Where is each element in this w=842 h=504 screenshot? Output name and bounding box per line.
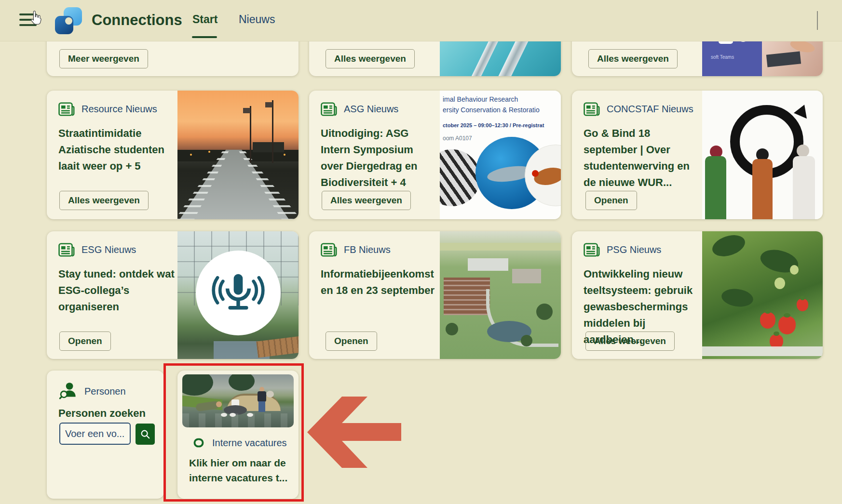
- alles-weergeven-button[interactable]: Alles weergeven: [326, 49, 415, 68]
- meer-weergeven-button[interactable]: Meer weergeven: [59, 49, 148, 68]
- poster-text: imal Behaviour Research: [443, 95, 518, 103]
- person-search-icon: [58, 381, 79, 401]
- alles-weergeven-button[interactable]: Alles weergeven: [322, 191, 411, 210]
- teams-caption-text: soft Teams: [711, 54, 734, 60]
- search-icon: [140, 429, 150, 439]
- search-button[interactable]: [136, 424, 155, 445]
- mouse-cursor-hand-icon: [29, 11, 42, 26]
- card-headline: Stay tuned: ontdek wat ESG-collega’s org…: [58, 266, 180, 315]
- highlight-arrow-icon: [307, 397, 402, 469]
- personen-card: Personen Personen zoeken: [47, 371, 164, 499]
- card-source-title: Personen: [84, 386, 126, 397]
- news-card-psg[interactable]: PSG Nieuws Ontwikkeling nieuw teeltsyste…: [572, 231, 823, 359]
- poster-text: ctober 2025 – 09:00–12:30 / Pre-registra…: [443, 122, 544, 128]
- microphone-icon: [211, 266, 265, 320]
- search-label: Personen zoeken: [58, 407, 146, 420]
- app-title: Connections: [92, 12, 182, 29]
- card-image-podcast-greenhouse: [177, 231, 299, 359]
- card-image-symposium-poster: imal Behaviour Research ersity Conservat…: [440, 91, 561, 219]
- news-card-fb[interactable]: FB Nieuws Informatiebijeenkomst en 18 en…: [309, 231, 561, 359]
- openen-button[interactable]: Openen: [326, 332, 377, 351]
- newspaper-icon: [584, 243, 600, 257]
- card-image-circular-arrow: [702, 91, 823, 219]
- card-source-title: ASG Nieuws: [344, 104, 398, 115]
- card-image-campus-aerial: [440, 231, 561, 359]
- newspaper-icon: [58, 243, 75, 257]
- alles-weergeven-button[interactable]: Alles weergeven: [59, 191, 149, 210]
- newspaper-icon: [584, 102, 600, 116]
- news-card-esg[interactable]: ESG Nieuws Stay tuned: ontdek wat ESG-co…: [47, 231, 299, 359]
- card-image-strawberries: [702, 231, 823, 359]
- newspaper-icon: [321, 102, 337, 116]
- card-headline: Go & Bind 18 september | Over studentenw…: [584, 125, 695, 191]
- card-headline: Straatintimidatie Aziatische studenten l…: [58, 125, 173, 174]
- card-source-title: ESG Nieuws: [81, 244, 136, 255]
- card-source-title: PSG Nieuws: [607, 244, 661, 255]
- newspaper-icon: [321, 243, 337, 257]
- alles-weergeven-button[interactable]: Alles weergeven: [588, 49, 678, 68]
- card-image-sunset-bridge: [177, 91, 299, 219]
- app-header: Connections Start Nieuws: [0, 0, 842, 41]
- text-cursor-bar: [817, 11, 818, 30]
- active-tab-underline: [192, 36, 217, 38]
- poster-text: oom A0107: [443, 135, 472, 142]
- tab-nieuws[interactable]: Nieuws: [239, 13, 275, 26]
- openen-button[interactable]: Openen: [59, 332, 111, 351]
- news-card-asg[interactable]: ASG Nieuws Uitnodiging: ASG Intern Sympo…: [309, 91, 561, 219]
- newspaper-icon: [58, 102, 75, 116]
- card-source-title: FB Nieuws: [344, 244, 391, 255]
- card-headline: Informatiebijeenkomst en 18 en 23 septem…: [321, 266, 443, 299]
- viva-connections-logo: [55, 7, 83, 34]
- news-card-resource[interactable]: Resource Nieuws Straatintimidatie Aziati…: [47, 91, 299, 219]
- card-headline: Uitnodiging: ASG Intern Symposium over D…: [321, 125, 438, 191]
- highlight-box: [163, 363, 304, 502]
- viva-connections-dashboard: Connections Start Nieuws Meer weergeven …: [0, 0, 842, 504]
- person-search-input[interactable]: [59, 423, 131, 445]
- openen-button[interactable]: Openen: [585, 191, 637, 210]
- card-source-title: Resource Nieuws: [81, 104, 157, 115]
- poster-text: ersity Conservation & Restoratio: [443, 106, 540, 114]
- alles-weergeven-button[interactable]: Alles weergeven: [585, 332, 675, 351]
- card-source-title: CONCSTAF Nieuws: [607, 104, 693, 115]
- tab-start[interactable]: Start: [192, 13, 217, 26]
- news-card-concstaf[interactable]: CONCSTAF Nieuws Go & Bind 18 september |…: [572, 91, 823, 219]
